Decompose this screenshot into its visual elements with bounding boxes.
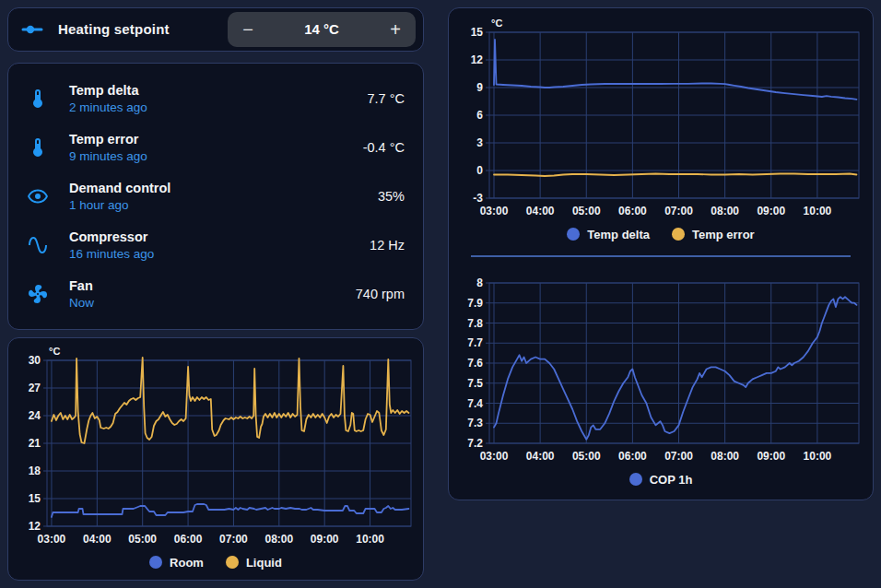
svg-text:07:00: 07:00 — [664, 450, 693, 463]
thermometer-icon — [27, 88, 49, 110]
sensor-row-temp-error[interactable]: Temp error 9 minutes ago -0.4 °C — [27, 123, 405, 171]
svg-text:7.4: 7.4 — [467, 397, 483, 410]
sensor-value: 7.7 °C — [368, 91, 405, 106]
eye-icon — [27, 185, 49, 207]
sensor-row-temp-delta[interactable]: Temp delta 2 minutes ago 7.7 °C — [27, 75, 405, 123]
svg-text:10:00: 10:00 — [804, 450, 832, 463]
svg-text:7.5: 7.5 — [467, 377, 483, 390]
legend-item: Temp delta — [567, 228, 650, 241]
legend-label: COP 1h — [650, 473, 693, 487]
svg-text:3: 3 — [476, 136, 483, 149]
svg-text:07:00: 07:00 — [664, 205, 693, 218]
decrement-button[interactable]: − — [228, 12, 268, 47]
sensor-value: 35% — [378, 189, 405, 204]
temp-delta-error-legend: Temp deltaTemp error — [458, 222, 863, 246]
svg-text:04:00: 04:00 — [526, 205, 555, 218]
legend-item: Temp error — [672, 228, 755, 241]
legend-label: Temp delta — [587, 228, 650, 241]
svg-text:7.6: 7.6 — [467, 357, 483, 370]
svg-text:12: 12 — [471, 53, 484, 66]
svg-text:9: 9 — [476, 81, 483, 94]
svg-text:03:00: 03:00 — [38, 533, 66, 546]
svg-text:04:00: 04:00 — [83, 533, 112, 546]
legend-label: Temp error — [692, 228, 755, 241]
sensor-value: 12 Hz — [370, 238, 405, 253]
svg-text:15: 15 — [471, 26, 484, 39]
room-liquid-legend: RoomLiquid — [16, 550, 416, 574]
sensor-row-demand-control[interactable]: Demand control 1 hour ago 35% — [27, 172, 405, 220]
svg-text:09:00: 09:00 — [757, 450, 785, 463]
svg-text:7.9: 7.9 — [467, 297, 483, 310]
room-liquid-chart-card: 1215182124273003:0004:0005:0006:0007:000… — [7, 337, 424, 581]
sensor-name: Compressor — [69, 229, 154, 244]
svg-text:7.8: 7.8 — [467, 317, 483, 330]
sensor-last-changed: 2 minutes ago — [69, 100, 147, 114]
svg-text:7.7: 7.7 — [467, 336, 483, 349]
svg-text:27: 27 — [29, 382, 41, 394]
history-charts-card: -30369121503:0004:0005:0006:0007:0008:00… — [448, 7, 874, 500]
svg-text:8: 8 — [476, 276, 483, 289]
svg-text:04:00: 04:00 — [526, 450, 555, 463]
svg-text:08:00: 08:00 — [264, 533, 293, 546]
legend-dot-icon — [672, 228, 685, 241]
svg-text:24: 24 — [29, 409, 41, 422]
svg-text:6: 6 — [476, 109, 483, 122]
heating-setpoint-title: Heating setpoint — [58, 21, 170, 37]
sensor-name: Temp delta — [69, 83, 147, 98]
sensor-row-fan[interactable]: Fan Now 740 rpm — [27, 270, 405, 318]
sensor-last-changed: 16 minutes ago — [69, 247, 154, 261]
increment-button[interactable]: + — [375, 12, 416, 47]
svg-text:05:00: 05:00 — [572, 205, 601, 218]
svg-text:7.2: 7.2 — [467, 437, 483, 450]
svg-text:10:00: 10:00 — [804, 205, 832, 218]
svg-text:05:00: 05:00 — [128, 533, 157, 546]
heating-setpoint-card: Heating setpoint − 14 °C + — [7, 7, 424, 52]
sensor-name: Fan — [69, 278, 94, 293]
left-column: Heating setpoint − 14 °C + Temp delta 2 … — [7, 7, 424, 581]
svg-text:06:00: 06:00 — [618, 450, 647, 463]
sensor-list-card: Temp delta 2 minutes ago 7.7 °C Temp err… — [7, 63, 424, 330]
svg-text:03:00: 03:00 — [480, 450, 509, 463]
svg-text:18: 18 — [29, 465, 41, 477]
svg-text:-3: -3 — [473, 192, 483, 205]
sensor-name: Demand control — [69, 181, 170, 195]
legend-dot-icon — [226, 556, 239, 569]
svg-text:7.3: 7.3 — [467, 417, 483, 429]
sensor-value: 740 rpm — [356, 287, 405, 301]
cop-legend: COP 1h — [458, 467, 863, 491]
temp-delta-error-chart[interactable]: -30369121503:0004:0005:0006:0007:0008:00… — [458, 18, 863, 222]
thermometer-icon — [27, 136, 49, 159]
svg-text:0: 0 — [476, 164, 483, 177]
setpoint-stepper: − 14 °C + — [228, 12, 416, 47]
svg-text:09:00: 09:00 — [757, 205, 785, 218]
svg-text:05:00: 05:00 — [572, 450, 601, 463]
svg-text:°C: °C — [49, 346, 60, 357]
svg-text:30: 30 — [29, 354, 41, 367]
cop-chart[interactable]: 7.27.37.47.57.67.77.87.9803:0004:0005:00… — [458, 268, 863, 467]
legend-item: Room — [149, 556, 204, 570]
svg-text:10:00: 10:00 — [356, 533, 384, 546]
sensor-name: Temp error — [69, 132, 147, 147]
svg-text:07:00: 07:00 — [219, 533, 248, 546]
svg-text:06:00: 06:00 — [618, 205, 647, 218]
legend-dot-icon — [149, 556, 162, 569]
sensor-last-changed: 1 hour ago — [69, 198, 170, 212]
svg-text:12: 12 — [29, 520, 41, 533]
room-liquid-chart[interactable]: 1215182124273003:0004:0005:0006:0007:000… — [16, 346, 416, 550]
svg-text:°C: °C — [491, 18, 502, 29]
right-column: -30369121503:0004:0005:0006:0007:0008:00… — [448, 7, 874, 581]
svg-text:21: 21 — [29, 437, 41, 450]
legend-label: Room — [170, 556, 204, 570]
svg-text:06:00: 06:00 — [174, 533, 203, 546]
svg-text:08:00: 08:00 — [711, 450, 739, 463]
svg-text:03:00: 03:00 — [480, 205, 509, 218]
fan-icon — [27, 283, 49, 305]
legend-label: Liquid — [246, 556, 282, 570]
sine-wave-icon — [27, 234, 49, 256]
legend-dot-icon — [629, 473, 642, 486]
svg-text:15: 15 — [29, 492, 41, 505]
chart-divider — [471, 255, 851, 257]
sensor-row-compressor[interactable]: Compressor 16 minutes ago 12 Hz — [27, 221, 405, 269]
svg-text:08:00: 08:00 — [711, 205, 739, 218]
svg-text:09:00: 09:00 — [311, 533, 339, 546]
